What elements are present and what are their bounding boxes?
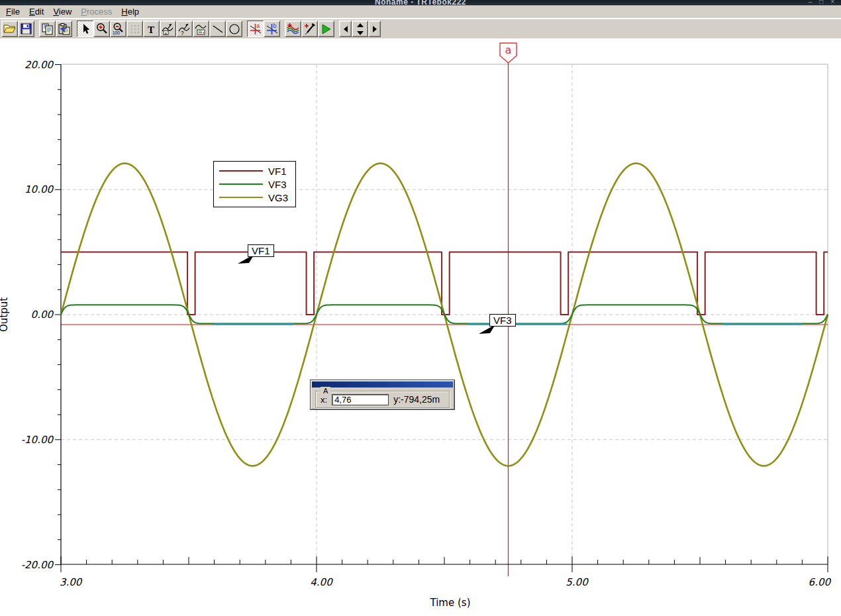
x-tick-label: 3.00 xyxy=(60,576,83,588)
run-icon xyxy=(321,24,332,34)
legend-item: VF3 xyxy=(219,178,290,191)
legend-line-sample xyxy=(219,183,263,185)
probe-button[interactable] xyxy=(301,21,318,37)
cursor-x-input[interactable] xyxy=(332,394,389,405)
legend[interactable]: VF1VF3VG3 xyxy=(213,161,296,207)
zoom-out-100-button[interactable]: 100 xyxy=(110,21,126,37)
y-tick-label: 0.00 xyxy=(31,309,54,321)
add-curves-button[interactable] xyxy=(285,21,301,37)
curve-tag-VF1[interactable]: VF1 xyxy=(248,244,274,257)
nav-right-icon xyxy=(371,25,378,33)
x-tick-label: 4.00 xyxy=(310,576,333,588)
toolbar-group xyxy=(1,21,34,37)
curve-export-button[interactable] xyxy=(193,21,209,37)
svg-text:a: a xyxy=(256,23,260,29)
pointer-button[interactable] xyxy=(77,21,93,37)
waveform-plot[interactable]: 20.0010.000.00-10.00-20.003.004.005.006.… xyxy=(0,38,841,616)
open-button[interactable] xyxy=(1,21,18,37)
y-tick-label: -10.00 xyxy=(21,434,54,446)
y-tick-label: -20.00 xyxy=(21,559,54,571)
menu-help[interactable]: Help xyxy=(117,5,144,18)
legend-line-sample xyxy=(219,197,263,198)
menu-edit[interactable]: Edit xyxy=(25,5,48,18)
title-bar[interactable]: Noname - TRTebok222 – □ × xyxy=(0,0,841,5)
nav-right-button[interactable] xyxy=(368,21,381,37)
x-tick-label: 6.00 xyxy=(809,576,832,588)
line-tool-button[interactable] xyxy=(209,21,226,37)
copy-icon xyxy=(42,23,53,35)
line-icon xyxy=(212,25,224,34)
cursor-window-titlebar[interactable] xyxy=(312,382,453,387)
run-button[interactable] xyxy=(318,21,334,37)
window-title: Noname - TRTebok222 xyxy=(0,0,841,5)
pointer-icon xyxy=(80,23,91,35)
legend-label: VF3 xyxy=(268,179,287,190)
app-window: Noname - TRTebok222 – □ × File Edit View… xyxy=(0,0,841,616)
ellipse-tool-button[interactable] xyxy=(226,21,242,37)
svg-text:100: 100 xyxy=(113,30,120,35)
zoom-in-icon xyxy=(95,23,108,35)
grid-icon xyxy=(130,24,140,34)
save-button[interactable] xyxy=(18,21,34,37)
probe-icon xyxy=(303,23,316,35)
open-folder-icon xyxy=(3,23,16,34)
add-curves-icon xyxy=(287,23,300,35)
cursor-readout-window[interactable]: A x: y:-794,25m xyxy=(310,380,455,410)
grid-button xyxy=(126,21,143,37)
menu-process: Process xyxy=(76,5,117,18)
cursor-group-label: A xyxy=(321,387,330,395)
nav-left-icon xyxy=(342,25,349,33)
text-tool-icon: T xyxy=(146,24,156,34)
y-axis-title: Output xyxy=(0,297,10,332)
nav-left-button[interactable] xyxy=(339,21,352,37)
curve-export-icon xyxy=(195,23,207,35)
cursor-b-icon: b xyxy=(266,23,279,36)
menu-view[interactable]: View xyxy=(48,5,76,18)
toolbar: 100Ta?ab xyxy=(0,19,841,38)
zoom-out-icon: 100 xyxy=(112,23,124,35)
nav-spinner-icon xyxy=(356,23,365,36)
paste-button[interactable] xyxy=(56,21,72,37)
legend-label: VG3 xyxy=(268,192,288,203)
paste-icon xyxy=(58,23,70,35)
curve-VF3[interactable] xyxy=(61,305,828,323)
zoom-in-button[interactable] xyxy=(93,21,110,37)
curve-query-icon: ? xyxy=(178,23,191,35)
legend-label: VF1 xyxy=(268,166,287,177)
nav-spinner-button[interactable] xyxy=(352,21,368,37)
ellipse-icon xyxy=(228,23,240,35)
cursor-b-button[interactable]: b xyxy=(264,21,280,37)
toolbar-group xyxy=(285,21,334,37)
cursor-group-a: A x: y:-794,25m xyxy=(315,391,450,408)
legend-item: VF1 xyxy=(219,164,290,178)
cursor-a-icon: a xyxy=(249,23,262,36)
x-tick-label: 5.00 xyxy=(566,576,589,588)
cursor-a-button[interactable]: a xyxy=(247,21,264,37)
cursor-a-flag-label: a xyxy=(505,44,512,56)
text-button[interactable]: T xyxy=(143,21,160,37)
toolbar-group: ab xyxy=(247,21,280,37)
curve-query-button[interactable]: ? xyxy=(176,21,193,37)
toolbar-group: 100Ta? xyxy=(77,21,242,37)
cursor-y-value: y:-794,25m xyxy=(393,394,440,405)
cursor-x-label: x: xyxy=(321,395,327,405)
copy-button[interactable] xyxy=(39,21,56,37)
curve-label-button[interactable]: a xyxy=(160,21,176,37)
legend-item: VG3 xyxy=(219,191,290,204)
window-controls[interactable]: – □ × xyxy=(809,0,837,5)
svg-text:b: b xyxy=(273,23,276,29)
y-tick-label: 10.00 xyxy=(25,183,54,195)
toolbar-group xyxy=(339,21,381,37)
diagram-area: 20.0010.000.00-10.00-20.003.004.005.006.… xyxy=(0,38,841,616)
svg-text:?: ? xyxy=(181,30,184,36)
svg-text:T: T xyxy=(148,24,154,34)
menu-file[interactable]: File xyxy=(1,5,25,18)
x-axis-title: Time (s) xyxy=(430,597,471,609)
curve-tag-VF3[interactable]: VF3 xyxy=(489,314,516,327)
toolbar-group xyxy=(39,21,72,37)
save-icon xyxy=(21,23,32,34)
legend-line-sample xyxy=(219,170,263,172)
curve-label-icon: a xyxy=(162,23,174,35)
y-tick-label: 20.00 xyxy=(25,59,54,71)
menu-bar: File Edit View Process Help xyxy=(0,5,841,19)
